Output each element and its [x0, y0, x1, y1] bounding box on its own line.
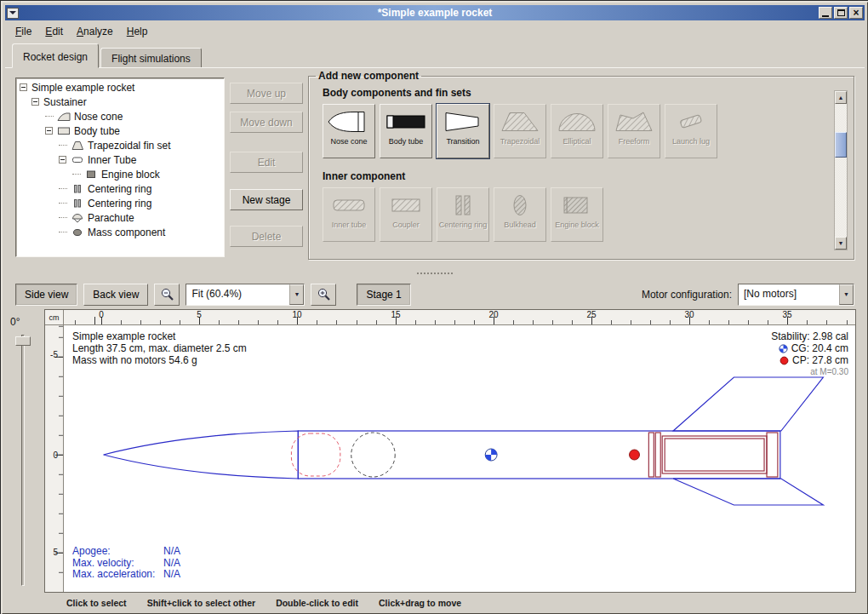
rotation-control: 0° [5, 309, 44, 593]
tree-item-rocket[interactable]: Simple example rocket [16, 80, 224, 95]
ruler-unit: cm [45, 310, 64, 325]
engine-block-icon [554, 192, 600, 219]
scrollbar-thumb[interactable] [835, 132, 847, 158]
tab-strip: Rocket design Flight simulations [5, 42, 865, 68]
tree-collapse-icon[interactable] [31, 98, 39, 106]
tree-collapse-icon[interactable] [45, 127, 53, 135]
component-scrollbar[interactable]: ▲ ▼ [834, 90, 848, 250]
rocket-dimensions: Length 37.5 cm, max. diameter 2.5 cm [72, 342, 247, 354]
motor-configuration-label: Motor configuration: [642, 289, 732, 301]
splitter-grip-icon [416, 272, 454, 276]
back-view-button[interactable]: Back view [83, 284, 148, 306]
tree-item-inner-tube[interactable]: Inner Tube [16, 152, 224, 167]
move-up-button[interactable]: Move up [230, 83, 303, 104]
menu-file[interactable]: File [9, 23, 38, 40]
nose-cone-outline [104, 431, 299, 479]
trapezoidal-fin-icon [497, 108, 543, 135]
view-toolbar: Side view Back view Fit (60.4%) ▼ Stage … [5, 279, 865, 309]
rotation-slider-track[interactable] [21, 335, 25, 586]
move-down-button[interactable]: Move down [230, 112, 303, 133]
add-nose-cone-button[interactable]: Nose cone [323, 104, 375, 158]
titlebar[interactable]: *Simple example rocket × [5, 5, 865, 20]
cp-icon [779, 356, 789, 365]
chevron-down-icon[interactable]: ▼ [839, 284, 854, 305]
tree-item-centering-ring-1[interactable]: Centering ring [16, 181, 224, 196]
edit-button[interactable]: Edit [230, 152, 303, 173]
tree-item-fin-set[interactable]: Trapezoidal fin set [16, 138, 224, 152]
tree-collapse-icon[interactable] [59, 156, 66, 164]
add-transition-button[interactable]: Transition [437, 104, 489, 158]
add-inner-tube-button[interactable]: Inner tube [323, 187, 375, 242]
body-tube-icon [383, 108, 429, 135]
delete-button[interactable]: Delete [230, 226, 303, 247]
engine-block-icon [84, 169, 98, 180]
launch-lug-icon [668, 108, 714, 135]
freeform-fin-icon [611, 108, 657, 135]
zoom-in-button[interactable] [311, 284, 336, 306]
mach-note: at M=0.30 [771, 366, 848, 378]
hint-click-drag: Click+drag to move [379, 598, 461, 608]
tab-flight-simulations[interactable]: Flight simulations [100, 48, 202, 68]
scroll-down-button[interactable]: ▼ [835, 237, 847, 250]
rocket-info: Simple example rocket Length 37.5 cm, ma… [72, 330, 247, 366]
coupler-icon [383, 192, 429, 219]
menu-help[interactable]: Help [120, 23, 155, 40]
panel-splitter[interactable] [5, 268, 865, 279]
stage-1-toggle[interactable]: Stage 1 [357, 284, 410, 306]
add-elliptical-fin-button[interactable]: Elliptical [551, 104, 603, 158]
bottom-fin-outline [673, 479, 823, 505]
mass-component-outline [351, 433, 396, 477]
inner-tube-icon [71, 154, 84, 165]
add-component-title: Add new component [316, 70, 421, 82]
add-bulkhead-button[interactable]: Bulkhead [494, 187, 546, 242]
app-icon[interactable] [7, 8, 19, 19]
add-freeform-fin-button[interactable]: Freeform [608, 104, 660, 158]
inner-tube-icon [326, 192, 372, 219]
tree-item-nose-cone[interactable]: Nose cone [16, 109, 224, 123]
new-stage-button[interactable]: New stage [230, 189, 303, 210]
add-component-panel: Add new component Body components and fi… [308, 70, 854, 260]
minimize-button[interactable] [819, 7, 832, 19]
add-coupler-button[interactable]: Coupler [380, 187, 432, 242]
add-trapezoidal-fin-button[interactable]: Trapezoidal [494, 104, 546, 158]
cg-icon [779, 344, 788, 353]
motor-configuration-select[interactable]: [No motors] ▼ [738, 284, 854, 306]
menu-edit[interactable]: Edit [38, 23, 70, 40]
statusbar: Click to select Shift+click to select ot… [5, 594, 865, 611]
nose-cone-icon [326, 108, 372, 135]
component-tree[interactable]: Simple example rocket Sustainer Nose con… [15, 77, 225, 257]
zoom-select[interactable]: Fit (60.4%) ▼ [186, 284, 305, 306]
tab-rocket-design[interactable]: Rocket design [12, 43, 99, 68]
tree-item-engine-block[interactable]: Engine block [16, 167, 224, 181]
close-icon: × [853, 9, 859, 17]
motor-mount-outline [648, 433, 778, 477]
tree-action-buttons: Move up Move down Edit New stage Delete [230, 83, 303, 247]
add-engine-block-button[interactable]: Engine block [551, 187, 603, 242]
add-launch-lug-button[interactable]: Launch lug [665, 104, 717, 158]
add-body-tube-button[interactable]: Body tube [380, 104, 432, 158]
hint-double-click: Double-click to edit [276, 598, 358, 608]
tree-item-parachute[interactable]: Parachute [16, 210, 224, 225]
chevron-down-icon[interactable]: ▼ [289, 284, 304, 305]
rocket-canvas[interactable]: Simple example rocket Length 37.5 cm, ma… [64, 325, 855, 592]
tree-collapse-icon[interactable] [20, 83, 27, 91]
maximize-button[interactable] [834, 7, 848, 19]
stability-info: Stability: 2.98 cal CG: 20.4 cm [771, 330, 848, 378]
menu-analyze[interactable]: Analyze [70, 23, 120, 40]
centering-ring-icon [440, 192, 486, 219]
inner-component-buttons: Inner tube Coupler Centering ring [323, 187, 854, 242]
centering-ring-icon [71, 198, 84, 209]
tree-item-sustainer[interactable]: Sustainer [16, 95, 224, 109]
inner-component-label: Inner component [323, 170, 854, 182]
side-view-button[interactable]: Side view [15, 284, 77, 306]
scroll-up-button[interactable]: ▲ [835, 91, 847, 104]
mass-component-icon [71, 227, 84, 238]
tree-item-centering-ring-2[interactable]: Centering ring [16, 196, 224, 210]
cg-value: CG: 20.4 cm [791, 342, 848, 354]
zoom-out-button[interactable] [154, 284, 180, 306]
tree-item-mass-component[interactable]: Mass component [16, 225, 224, 239]
close-button[interactable]: × [849, 7, 863, 19]
rotation-slider-handle[interactable] [15, 336, 31, 346]
tree-item-body-tube[interactable]: Body tube [16, 123, 224, 138]
add-centering-ring-button[interactable]: Centering ring [437, 187, 489, 242]
